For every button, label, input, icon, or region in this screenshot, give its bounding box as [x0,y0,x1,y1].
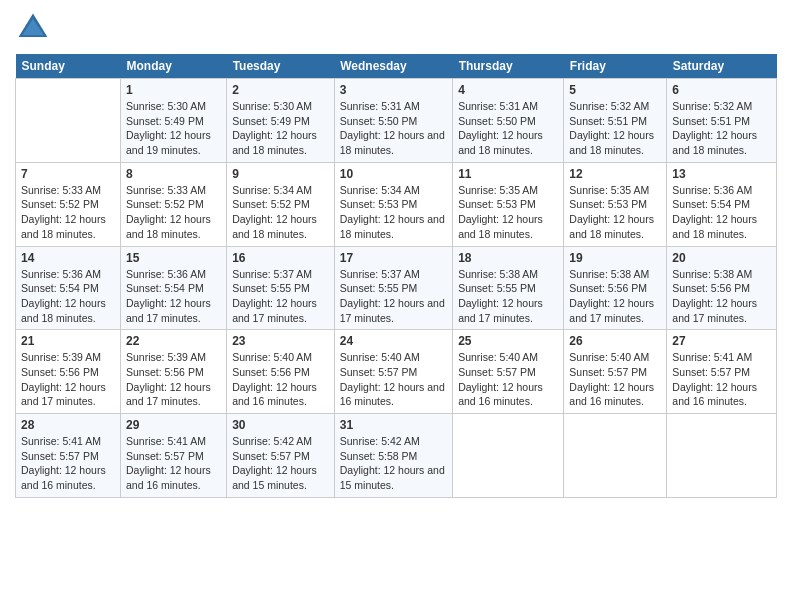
day-number: 15 [126,251,221,265]
daylight-text: Daylight: 12 hours and 17 minutes. [569,297,654,324]
day-info: Sunrise: 5:40 AM Sunset: 5:57 PM Dayligh… [458,350,558,409]
day-number: 11 [458,167,558,181]
day-number: 9 [232,167,329,181]
calendar-day-cell: 20 Sunrise: 5:38 AM Sunset: 5:56 PM Dayl… [667,246,777,330]
calendar-day-cell [453,414,564,498]
sunrise-text: Sunrise: 5:35 AM [458,184,538,196]
daylight-text: Daylight: 12 hours and 17 minutes. [21,381,106,408]
daylight-text: Daylight: 12 hours and 18 minutes. [21,297,106,324]
day-number: 1 [126,83,221,97]
daylight-text: Daylight: 12 hours and 16 minutes. [672,381,757,408]
day-info: Sunrise: 5:32 AM Sunset: 5:51 PM Dayligh… [569,99,661,158]
sunrise-text: Sunrise: 5:41 AM [672,351,752,363]
calendar-day-cell: 25 Sunrise: 5:40 AM Sunset: 5:57 PM Dayl… [453,330,564,414]
day-info: Sunrise: 5:36 AM Sunset: 5:54 PM Dayligh… [126,267,221,326]
calendar-day-cell [667,414,777,498]
sunset-text: Sunset: 5:54 PM [672,198,750,210]
day-info: Sunrise: 5:42 AM Sunset: 5:57 PM Dayligh… [232,434,329,493]
calendar-day-cell: 18 Sunrise: 5:38 AM Sunset: 5:55 PM Dayl… [453,246,564,330]
daylight-text: Daylight: 12 hours and 17 minutes. [672,297,757,324]
day-number: 18 [458,251,558,265]
sunrise-text: Sunrise: 5:30 AM [126,100,206,112]
calendar-day-cell: 30 Sunrise: 5:42 AM Sunset: 5:57 PM Dayl… [227,414,335,498]
day-info: Sunrise: 5:42 AM Sunset: 5:58 PM Dayligh… [340,434,447,493]
daylight-text: Daylight: 12 hours and 18 minutes. [340,213,445,240]
daylight-text: Daylight: 12 hours and 18 minutes. [569,213,654,240]
day-number: 10 [340,167,447,181]
sunset-text: Sunset: 5:57 PM [458,366,536,378]
sunrise-text: Sunrise: 5:36 AM [21,268,101,280]
logo-icon [15,10,51,46]
sunrise-text: Sunrise: 5:36 AM [126,268,206,280]
day-info: Sunrise: 5:37 AM Sunset: 5:55 PM Dayligh… [232,267,329,326]
day-info: Sunrise: 5:40 AM Sunset: 5:56 PM Dayligh… [232,350,329,409]
day-info: Sunrise: 5:36 AM Sunset: 5:54 PM Dayligh… [21,267,115,326]
sunset-text: Sunset: 5:49 PM [232,115,310,127]
sunrise-text: Sunrise: 5:31 AM [458,100,538,112]
weekday-header: Wednesday [334,54,452,79]
sunset-text: Sunset: 5:56 PM [672,282,750,294]
day-info: Sunrise: 5:38 AM Sunset: 5:56 PM Dayligh… [672,267,771,326]
weekday-header: Thursday [453,54,564,79]
calendar-day-cell: 17 Sunrise: 5:37 AM Sunset: 5:55 PM Dayl… [334,246,452,330]
calendar-day-cell: 27 Sunrise: 5:41 AM Sunset: 5:57 PM Dayl… [667,330,777,414]
sunrise-text: Sunrise: 5:36 AM [672,184,752,196]
weekday-header: Friday [564,54,667,79]
calendar-day-cell: 7 Sunrise: 5:33 AM Sunset: 5:52 PM Dayli… [16,162,121,246]
day-info: Sunrise: 5:30 AM Sunset: 5:49 PM Dayligh… [232,99,329,158]
day-info: Sunrise: 5:33 AM Sunset: 5:52 PM Dayligh… [126,183,221,242]
sunset-text: Sunset: 5:54 PM [126,282,204,294]
sunset-text: Sunset: 5:52 PM [126,198,204,210]
calendar-week-row: 1 Sunrise: 5:30 AM Sunset: 5:49 PM Dayli… [16,79,777,163]
sunrise-text: Sunrise: 5:39 AM [21,351,101,363]
daylight-text: Daylight: 12 hours and 18 minutes. [340,129,445,156]
calendar-day-cell: 31 Sunrise: 5:42 AM Sunset: 5:58 PM Dayl… [334,414,452,498]
day-number: 25 [458,334,558,348]
sunset-text: Sunset: 5:53 PM [458,198,536,210]
weekday-header: Monday [121,54,227,79]
sunset-text: Sunset: 5:57 PM [569,366,647,378]
calendar-day-cell: 10 Sunrise: 5:34 AM Sunset: 5:53 PM Dayl… [334,162,452,246]
daylight-text: Daylight: 12 hours and 16 minutes. [21,464,106,491]
day-info: Sunrise: 5:38 AM Sunset: 5:55 PM Dayligh… [458,267,558,326]
day-info: Sunrise: 5:35 AM Sunset: 5:53 PM Dayligh… [458,183,558,242]
sunrise-text: Sunrise: 5:40 AM [232,351,312,363]
daylight-text: Daylight: 12 hours and 16 minutes. [232,381,317,408]
calendar-week-row: 21 Sunrise: 5:39 AM Sunset: 5:56 PM Dayl… [16,330,777,414]
day-info: Sunrise: 5:31 AM Sunset: 5:50 PM Dayligh… [458,99,558,158]
daylight-text: Daylight: 12 hours and 18 minutes. [232,213,317,240]
calendar-day-cell: 12 Sunrise: 5:35 AM Sunset: 5:53 PM Dayl… [564,162,667,246]
day-number: 26 [569,334,661,348]
day-number: 4 [458,83,558,97]
calendar-day-cell [564,414,667,498]
day-number: 13 [672,167,771,181]
sunrise-text: Sunrise: 5:42 AM [340,435,420,447]
day-number: 16 [232,251,329,265]
sunset-text: Sunset: 5:52 PM [232,198,310,210]
day-number: 19 [569,251,661,265]
calendar-day-cell: 19 Sunrise: 5:38 AM Sunset: 5:56 PM Dayl… [564,246,667,330]
calendar-day-cell: 28 Sunrise: 5:41 AM Sunset: 5:57 PM Dayl… [16,414,121,498]
daylight-text: Daylight: 12 hours and 16 minutes. [458,381,543,408]
calendar-week-row: 28 Sunrise: 5:41 AM Sunset: 5:57 PM Dayl… [16,414,777,498]
sunrise-text: Sunrise: 5:38 AM [458,268,538,280]
calendar-day-cell: 21 Sunrise: 5:39 AM Sunset: 5:56 PM Dayl… [16,330,121,414]
sunset-text: Sunset: 5:53 PM [569,198,647,210]
calendar-day-cell: 23 Sunrise: 5:40 AM Sunset: 5:56 PM Dayl… [227,330,335,414]
daylight-text: Daylight: 12 hours and 18 minutes. [458,129,543,156]
sunset-text: Sunset: 5:56 PM [126,366,204,378]
sunrise-text: Sunrise: 5:33 AM [21,184,101,196]
sunset-text: Sunset: 5:50 PM [340,115,418,127]
sunrise-text: Sunrise: 5:37 AM [232,268,312,280]
daylight-text: Daylight: 12 hours and 16 minutes. [126,464,211,491]
day-number: 22 [126,334,221,348]
sunset-text: Sunset: 5:57 PM [21,450,99,462]
day-info: Sunrise: 5:39 AM Sunset: 5:56 PM Dayligh… [21,350,115,409]
calendar-day-cell: 3 Sunrise: 5:31 AM Sunset: 5:50 PM Dayli… [334,79,452,163]
sunset-text: Sunset: 5:55 PM [340,282,418,294]
sunrise-text: Sunrise: 5:42 AM [232,435,312,447]
daylight-text: Daylight: 12 hours and 18 minutes. [232,129,317,156]
day-number: 8 [126,167,221,181]
day-number: 23 [232,334,329,348]
calendar-day-cell: 16 Sunrise: 5:37 AM Sunset: 5:55 PM Dayl… [227,246,335,330]
